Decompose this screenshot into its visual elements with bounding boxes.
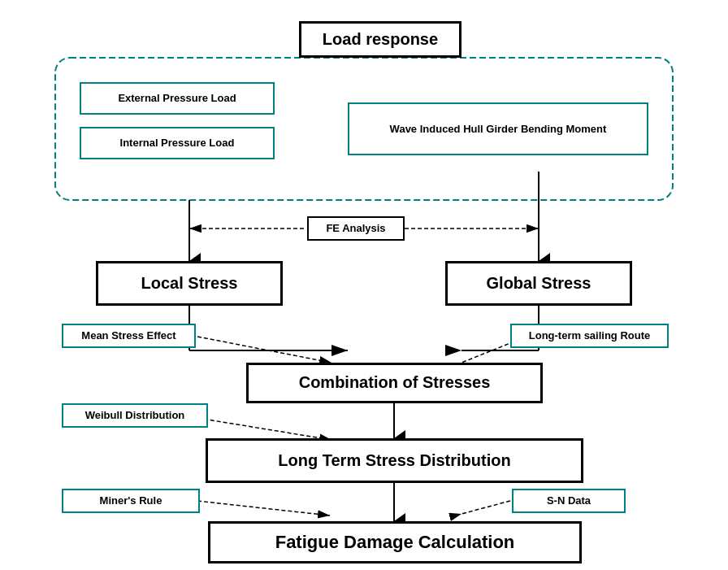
- svg-line-13: [197, 337, 332, 363]
- long-term-sailing-box: Long-term sailing Route: [510, 324, 669, 348]
- long-term-dist-box: Long Term Stress Distribution: [206, 438, 583, 483]
- fatigue-damage-box: Fatigue Damage Calculation: [208, 521, 582, 563]
- sn-data-box: S-N Data: [512, 489, 626, 513]
- local-stress-box: Local Stress: [96, 261, 283, 306]
- svg-line-18: [462, 501, 510, 514]
- combination-stresses-box: Combination of Stresses: [246, 363, 543, 403]
- svg-line-16: [197, 418, 332, 440]
- internal-pressure-box: Internal Pressure Load: [80, 127, 275, 159]
- global-stress-box: Global Stress: [445, 261, 632, 306]
- fe-analysis-box: FE Analysis: [307, 216, 405, 241]
- diagram: Load response External Pressure Load Int…: [31, 13, 697, 558]
- svg-line-19: [197, 501, 330, 516]
- wave-induced-box: Wave Induced Hull Girder Bending Moment: [348, 102, 648, 155]
- mean-stress-box: Mean Stress Effect: [62, 324, 196, 348]
- load-response-box: Load response: [299, 21, 462, 58]
- external-pressure-box: External Pressure Load: [80, 82, 275, 115]
- miners-rule-box: Miner's Rule: [62, 489, 200, 513]
- weibull-box: Weibull Distribution: [62, 403, 208, 428]
